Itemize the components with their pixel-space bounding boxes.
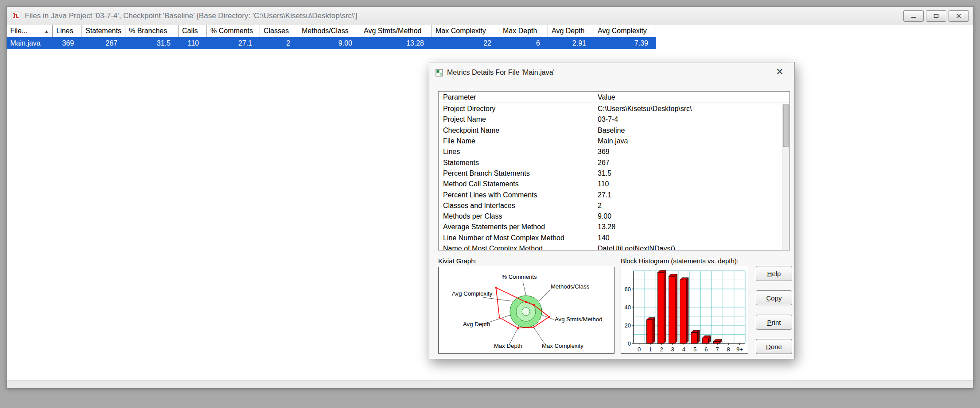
- histogram-chart: 02040600123456789+: [621, 267, 749, 354]
- metric-value: 31.5: [593, 169, 616, 177]
- maximize-button[interactable]: [926, 10, 946, 22]
- metric-value-cell: 9.00: [298, 37, 360, 49]
- metric-value-cell: 27.1: [207, 37, 260, 49]
- svg-text:Methods/Class: Methods/Class: [551, 283, 590, 290]
- dialog-icon: [436, 69, 443, 77]
- dialog-close-icon[interactable]: ×: [772, 65, 787, 79]
- metric-row[interactable]: Line Number of Most Complex Method140: [439, 233, 782, 243]
- metric-parameter: Line Number of Most Complex Method: [439, 234, 593, 242]
- scrollbar-thumb[interactable]: [783, 104, 789, 147]
- metrics-table-header[interactable]: Parameter Value: [439, 92, 789, 103]
- column-header[interactable]: Calls: [179, 25, 207, 37]
- window-controls: [901, 10, 969, 22]
- metric-parameter: Methods per Class: [439, 212, 593, 220]
- metric-value-cell: 369: [53, 37, 82, 49]
- metric-value: Main.java: [593, 137, 632, 145]
- file-table-row[interactable]: Main.java36926731.511027.129.0013.282262…: [7, 37, 656, 49]
- close-button[interactable]: [949, 10, 969, 22]
- metric-value-cell: 22: [432, 37, 499, 49]
- kiviat-chart: % CommentsMethods/ClassAvg Stmts/MethodM…: [439, 267, 615, 354]
- metric-value-cell: 7.39: [594, 37, 656, 49]
- svg-text:Max Depth: Max Depth: [494, 343, 522, 349]
- metric-value: 2: [593, 202, 606, 210]
- svg-text:2: 2: [660, 346, 663, 353]
- svg-text:8: 8: [727, 346, 730, 353]
- metric-parameter: Name of Most Complex Method: [439, 245, 593, 250]
- metric-row[interactable]: Statements267: [439, 157, 782, 168]
- kiviat-graph-label: Kiviat Graph:: [438, 257, 477, 265]
- metric-row[interactable]: Lines369: [439, 146, 782, 157]
- file-name-cell: Main.java: [7, 37, 53, 49]
- metrics-table: Parameter Value Project DirectoryC:\User…: [438, 91, 790, 250]
- metric-row[interactable]: Percent Lines with Comments27.1: [439, 189, 782, 200]
- metric-parameter: Average Statements per Method: [439, 223, 593, 231]
- svg-text:0: 0: [638, 346, 641, 353]
- metric-row[interactable]: Methods per Class9.00: [439, 211, 782, 222]
- column-header-value[interactable]: Value: [593, 92, 789, 103]
- metric-row[interactable]: Name of Most Complex MethodDateUtil.getN…: [439, 243, 782, 250]
- sort-arrow-icon: ▲: [44, 29, 49, 34]
- metric-parameter: Method Call Statements: [439, 180, 593, 188]
- column-header[interactable]: Classes: [260, 25, 298, 37]
- metric-row[interactable]: Method Call Statements110: [439, 179, 782, 189]
- column-header[interactable]: Methods/Class: [298, 25, 360, 37]
- metric-value: 267: [593, 159, 614, 167]
- metric-row[interactable]: Classes and Interfaces2: [439, 200, 782, 211]
- metric-value: 140: [593, 234, 614, 242]
- metric-parameter: File Name: [439, 137, 593, 145]
- metric-value-cell: 110: [179, 37, 207, 49]
- metric-row[interactable]: Project DirectoryC:\Users\Kisetsu\Deskto…: [439, 104, 782, 114]
- dialog-scrollbar[interactable]: [782, 104, 789, 250]
- minimize-button[interactable]: [903, 10, 924, 22]
- metric-value: 27.1: [593, 191, 616, 199]
- metric-value-cell: 13.28: [360, 37, 432, 49]
- column-header[interactable]: Avg Complexity: [594, 25, 656, 37]
- column-header[interactable]: Avg Depth: [548, 25, 594, 37]
- column-header[interactable]: % Branches: [125, 25, 179, 37]
- column-header[interactable]: Max Depth: [499, 25, 548, 37]
- svg-text:Avg Complexity: Avg Complexity: [452, 290, 493, 297]
- svg-text:60: 60: [625, 286, 631, 293]
- help-button[interactable]: Help: [756, 266, 792, 281]
- svg-text:4: 4: [682, 346, 685, 353]
- done-button[interactable]: Done: [756, 339, 792, 354]
- app-titlebar[interactable]: Files in Java Project '03-7-4', Checkpoi…: [7, 7, 973, 25]
- column-header[interactable]: File...▲: [7, 25, 53, 37]
- metric-value-cell: 6: [499, 37, 548, 49]
- metric-row[interactable]: File NameMain.java: [439, 136, 782, 146]
- copy-button[interactable]: Copy: [756, 290, 792, 305]
- metric-row[interactable]: Percent Branch Statements31.5: [439, 168, 782, 179]
- metric-parameter: Percent Lines with Comments: [439, 191, 593, 199]
- column-header[interactable]: Max Complexity: [432, 25, 499, 37]
- block-histogram-panel: 02040600123456789+: [621, 267, 748, 354]
- metric-value: 9.00: [593, 212, 616, 220]
- metric-row[interactable]: Project Name03-7-4: [439, 114, 782, 125]
- metric-value: Baseline: [593, 127, 629, 135]
- column-header-parameter[interactable]: Parameter: [439, 92, 593, 103]
- metric-row[interactable]: Checkpoint NameBaseline: [439, 125, 782, 136]
- metric-parameter: Statements: [439, 159, 593, 167]
- metrics-rows: Project DirectoryC:\Users\Kisetsu\Deskto…: [439, 104, 782, 250]
- metric-row[interactable]: Average Statements per Method13.28: [439, 222, 782, 232]
- print-button[interactable]: Print: [756, 315, 792, 330]
- dialog-title: Metrics Details For File 'Main.java': [447, 69, 555, 77]
- file-table-header: File...▲LinesStatements% BranchesCalls% …: [7, 25, 973, 37]
- column-header[interactable]: Avg Stmts/Method: [360, 25, 432, 37]
- svg-text:6: 6: [704, 346, 708, 353]
- metric-value-cell: 267: [82, 37, 125, 49]
- metric-parameter: Lines: [439, 148, 593, 156]
- metric-parameter: Classes and Interfaces: [439, 202, 593, 210]
- column-header[interactable]: Statements: [82, 25, 125, 37]
- window-bottom-frame: [7, 380, 973, 388]
- svg-text:Avg Stmts/Method: Avg Stmts/Method: [555, 316, 603, 323]
- metric-value: C:\Users\Kisetsu\Desktop\src\: [593, 105, 696, 113]
- desktop: Files in Java Project '03-7-4', Checkpoi…: [0, 0, 980, 408]
- app-icon: [11, 11, 21, 21]
- column-header[interactable]: Lines: [53, 25, 82, 37]
- dialog-titlebar[interactable]: Metrics Details For File 'Main.java' ×: [429, 62, 794, 83]
- column-header[interactable]: % Comments: [207, 25, 260, 37]
- svg-text:Max Complexity: Max Complexity: [542, 343, 583, 349]
- metric-value: DateUtil.getNextNDays(): [593, 245, 680, 250]
- metric-value: 110: [593, 180, 614, 188]
- svg-text:5: 5: [693, 346, 696, 353]
